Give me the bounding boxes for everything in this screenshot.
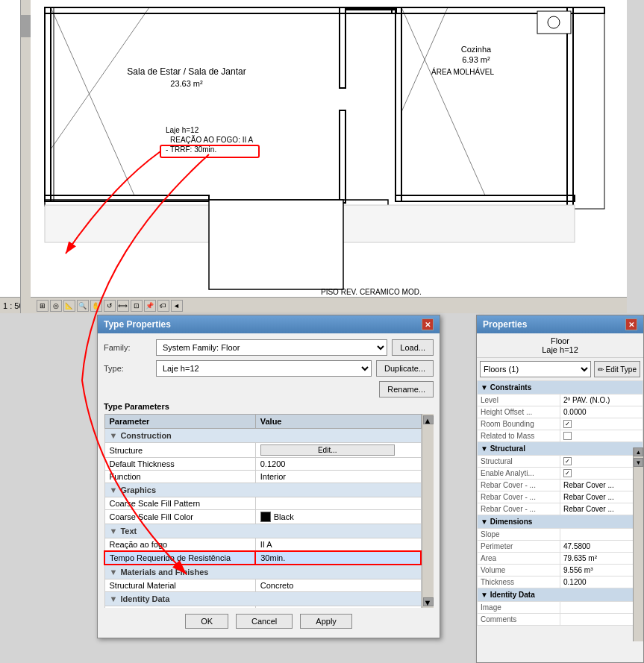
properties-scrollbar[interactable]: ▲ ▼ xyxy=(633,447,643,641)
svg-rect-31 xyxy=(209,200,343,289)
measure-icon[interactable]: 📐 xyxy=(63,300,75,312)
edit-type-button[interactable]: ✏ Edit Type xyxy=(594,361,640,377)
reacao-value[interactable]: II A xyxy=(255,538,421,552)
thickness-label: Default Thickness xyxy=(104,458,255,471)
fill-color-label: Coarse Scale Fill Color xyxy=(104,510,255,524)
rename-button[interactable]: Rename... xyxy=(379,381,434,398)
related-to-mass-checkbox[interactable] xyxy=(563,432,572,440)
level-label: Level xyxy=(478,395,560,406)
param-table-scrollbar[interactable]: ▲ ▼ xyxy=(422,414,434,608)
zoom-icon[interactable]: 🔍 xyxy=(77,300,89,312)
tag-icon[interactable]: 🏷 xyxy=(157,300,169,312)
structural-checkbox[interactable] xyxy=(563,457,572,465)
param-table: Parameter Value ▼Construction Structure xyxy=(104,414,422,608)
slope-value[interactable] xyxy=(560,529,643,541)
identity-data-expand: ▼ xyxy=(481,591,488,599)
slope-row: Slope xyxy=(478,529,643,541)
structural-mat-value[interactable]: Concreto xyxy=(255,579,421,592)
related-to-mass-label: Related to Mass xyxy=(478,430,560,442)
svg-text:6.93 m²: 6.93 m² xyxy=(462,55,490,64)
dialog-close-button[interactable]: ✕ xyxy=(422,318,434,330)
family-label: Family: xyxy=(104,343,156,352)
nav-left-icon[interactable]: ◄ xyxy=(171,300,183,312)
mirror-icon[interactable]: ⟺ xyxy=(117,300,129,312)
volume-row: Volume 9.556 m³ xyxy=(478,565,643,576)
pan-icon[interactable]: ✋ xyxy=(90,300,102,312)
structure-value-cell: Edit... xyxy=(255,443,421,458)
rebar-cover1-value[interactable]: Rebar Cover ... xyxy=(560,480,643,491)
cad-scrollbar-v[interactable] xyxy=(20,0,31,313)
enable-analyt-label: Enable Analyti... xyxy=(478,468,560,480)
related-to-mass-value[interactable] xyxy=(560,430,643,442)
enable-analyt-checkbox[interactable] xyxy=(563,469,572,477)
structural-expand: ▼ xyxy=(481,444,488,453)
thickness-value[interactable]: 0.1200 xyxy=(255,458,421,471)
structural-label: Structural xyxy=(478,456,560,468)
rebar-cover2-value[interactable]: Rebar Cover ... xyxy=(560,491,643,503)
fill-pattern-value xyxy=(255,497,421,510)
floors-selector[interactable]: Floors (1) xyxy=(480,361,591,377)
apply-button[interactable]: Apply xyxy=(300,614,352,629)
structure-edit-button[interactable]: Edit... xyxy=(260,444,395,456)
svg-text:Cozinha: Cozinha xyxy=(461,45,492,54)
fill-pattern-row: Coarse Scale Fill Pattern xyxy=(104,497,421,510)
array-icon[interactable]: ⊡ xyxy=(131,300,143,312)
value-col-header: Value xyxy=(255,415,421,429)
perimeter-value: 47.5800 xyxy=(560,541,643,553)
image-value xyxy=(560,602,643,614)
function-row: Function Interior xyxy=(104,471,421,483)
comments-value[interactable] xyxy=(560,614,643,626)
svg-text:Sala de Estar / Sala de Jantar: Sala de Estar / Sala de Jantar xyxy=(127,66,246,77)
properties-panel: Properties ✕ Floor Laje h=12 Floors (1) … xyxy=(476,315,644,663)
rotate-icon[interactable]: ↺ xyxy=(104,300,116,312)
height-offset-label: Height Offset ... xyxy=(478,406,560,418)
room-bounding-value[interactable] xyxy=(560,418,643,430)
room-bounding-label: Room Bounding xyxy=(478,418,560,430)
type-image-value xyxy=(255,606,421,609)
area-value: 79.635 m² xyxy=(560,553,643,565)
duplicate-button[interactable]: Duplicate... xyxy=(376,360,434,377)
properties-close-button[interactable]: ✕ xyxy=(625,318,637,330)
param-col-header: Parameter xyxy=(104,415,255,429)
element-type-display: Floor Laje h=12 xyxy=(477,333,643,358)
type-label: Type: xyxy=(104,364,156,373)
snap-icon[interactable]: ◎ xyxy=(50,300,62,312)
grid-icon[interactable]: ⊞ xyxy=(37,300,49,312)
fill-color-row: Coarse Scale Fill Color Black xyxy=(104,510,421,524)
edit-icon: ✏ xyxy=(598,365,604,374)
fill-color-value[interactable]: Black xyxy=(255,510,421,524)
svg-text:- TRRF: 30min.: - TRRF: 30min. xyxy=(166,145,216,154)
structure-row: Structure Edit... xyxy=(104,443,421,458)
rebar-cover3-value[interactable]: Rebar Cover ... xyxy=(560,503,643,515)
tempo-label: Tempo Requerido de Resistência xyxy=(104,551,255,565)
ok-button[interactable]: OK xyxy=(185,614,228,629)
enable-analyt-row: Enable Analyti... xyxy=(478,468,643,480)
constraints-section: ▼ Constraints xyxy=(478,381,643,395)
structural-value[interactable] xyxy=(560,456,643,468)
thickness-dim-value: 0.1200 xyxy=(560,576,643,588)
construction-section: ▼Construction xyxy=(104,429,421,443)
cad-drawing-area: Sala de Estar / Sala de Jantar 23.63 m² … xyxy=(0,0,627,309)
thickness-dim-row: Thickness 0.1200 xyxy=(478,576,643,588)
enable-analyt-value[interactable] xyxy=(560,468,643,480)
area-label: Area xyxy=(478,553,560,565)
dialog-title: Type Properties xyxy=(104,319,171,330)
structural-row: Structural xyxy=(478,456,643,468)
level-value[interactable]: 2º PAV. (N.O.) xyxy=(560,395,643,406)
volume-value: 9.556 m³ xyxy=(560,565,643,576)
volume-label: Volume xyxy=(478,565,560,576)
image-row: Image xyxy=(478,602,643,614)
height-offset-value[interactable]: 0.0000 xyxy=(560,406,643,418)
load-button[interactable]: Load... xyxy=(392,339,434,356)
pin-icon[interactable]: 📌 xyxy=(144,300,156,312)
room-bounding-checkbox[interactable] xyxy=(563,420,572,428)
tempo-value[interactable]: 30min. xyxy=(255,551,421,565)
type-select[interactable]: Laje h=12 xyxy=(156,360,372,377)
identity-data-section: ▼ Identity Data xyxy=(478,588,643,602)
family-select[interactable]: System Family: Floor xyxy=(156,339,387,356)
rebar-cover1-row: Rebar Cover - ... Rebar Cover ... xyxy=(478,480,643,491)
cancel-button[interactable]: Cancel xyxy=(236,614,293,629)
function-value[interactable]: Interior xyxy=(255,471,421,483)
tempo-row: Tempo Requerido de Resistência 30min. xyxy=(104,551,421,565)
perimeter-label: Perimeter xyxy=(478,541,560,553)
